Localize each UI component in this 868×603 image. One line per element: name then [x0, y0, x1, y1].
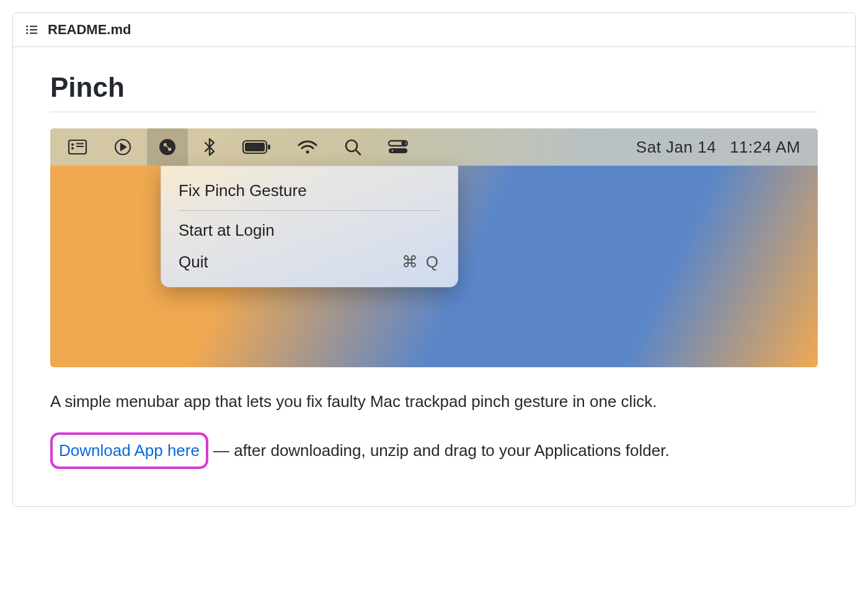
svg-rect-3	[30, 29, 37, 30]
bluetooth-icon	[203, 137, 216, 157]
svg-rect-15	[268, 145, 270, 150]
download-paragraph: Download App here — after downloading, u…	[50, 432, 818, 469]
app-dropdown-menu: Fix Pinch Gesture Start at Login Quit ⌘ …	[161, 166, 458, 287]
svg-point-4	[26, 32, 28, 34]
page-title: Pinch	[50, 72, 818, 112]
svg-point-2	[26, 29, 28, 30]
menubar-clock: Sat Jan 14 11:24 AM	[636, 138, 800, 157]
svg-point-12	[159, 139, 175, 155]
svg-line-18	[356, 150, 360, 154]
menu-item-fix-pinch: Fix Pinch Gesture	[161, 175, 458, 207]
svg-point-0	[26, 25, 28, 27]
menu-divider	[179, 210, 440, 211]
battery-icon	[242, 140, 271, 154]
play-icon	[113, 138, 132, 156]
app-description: A simple menubar app that lets you fix f…	[50, 390, 818, 414]
search-icon	[344, 138, 361, 156]
menu-item-quit-label: Quit	[179, 252, 208, 272]
list-icon	[25, 23, 39, 37]
app-screenshot: Sat Jan 14 11:24 AM Fix Pinch Gesture St…	[50, 128, 818, 367]
svg-rect-14	[245, 143, 265, 151]
svg-point-9	[72, 144, 73, 145]
download-instructions: — after downloading, unzip and drag to y…	[213, 439, 670, 463]
readme-filename: README.md	[48, 22, 131, 38]
readme-header: README.md	[13, 13, 855, 47]
download-link-highlight: Download App here	[50, 432, 208, 469]
menubar-date: Sat Jan 14	[636, 138, 716, 157]
svg-point-10	[72, 148, 73, 149]
svg-rect-5	[30, 32, 37, 34]
control-center-icon	[388, 139, 409, 155]
window-icon	[68, 139, 87, 155]
svg-rect-1	[30, 25, 37, 27]
readme-container: README.md Pinch	[12, 12, 856, 507]
wifi-icon	[297, 139, 318, 155]
pinch-app-menubar-icon	[147, 128, 188, 166]
table-of-contents-button[interactable]	[25, 23, 39, 37]
readme-body: Pinch	[13, 47, 855, 506]
mac-menubar: Sat Jan 14 11:24 AM	[50, 128, 818, 166]
download-link[interactable]: Download App here	[59, 441, 200, 460]
menu-item-quit: Quit ⌘ Q	[161, 246, 458, 278]
menubar-time: 11:24 AM	[730, 138, 800, 157]
svg-point-20	[402, 142, 405, 145]
menu-item-quit-shortcut: ⌘ Q	[402, 252, 440, 272]
svg-point-16	[306, 151, 309, 154]
menu-item-start-at-login: Start at Login	[161, 215, 458, 246]
svg-point-22	[391, 150, 394, 153]
